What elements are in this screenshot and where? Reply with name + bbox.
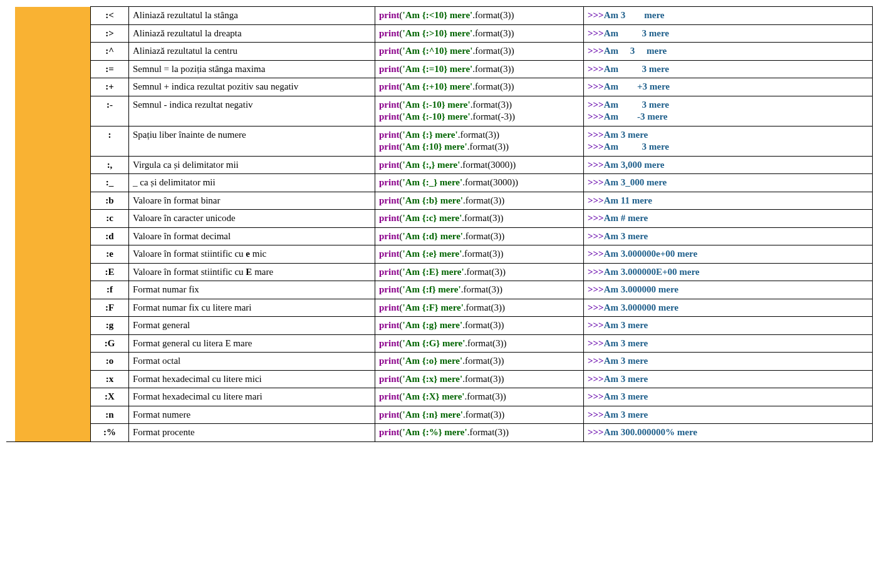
example-output: >>>Am 3 mere [584, 388, 873, 406]
format-description: Format general cu litera E mare [129, 334, 375, 353]
example-output: >>>Am 3 mere [584, 60, 873, 78]
format-description: Virgula ca și delimitator mii [129, 156, 375, 174]
format-specifier: :% [91, 424, 129, 442]
table-row: :oFormat octalprint('Am {:o} mere'.forma… [6, 353, 873, 371]
format-description: Aliniază rezultatul la centru [129, 43, 375, 61]
format-description: Format numere [129, 406, 375, 424]
table-row: :^Aliniază rezultatul la centruprint('Am… [6, 43, 873, 61]
format-description: Spațiu liber înainte de numere [129, 126, 375, 156]
format-specifier: :f [91, 281, 129, 299]
format-description: Format procente [129, 424, 375, 442]
example-code: print('Am {:_} mere'.format(3000)) [375, 174, 584, 192]
format-spec-table: :<Aliniază rezultatul la stângaprint('Am… [6, 6, 873, 442]
example-output: >>>Am +3 mere [584, 78, 873, 96]
example-output: >>>Am 3 mere>>>Am 3 mere [584, 126, 873, 156]
format-specifier: :+ [91, 78, 129, 96]
table-row: :bValoare în format binarprint('Am {:b} … [6, 192, 873, 210]
example-code: print('Am {:<10} mere'.format(3)) [375, 7, 584, 25]
table-row: :XFormat hexadecimal cu litere mariprint… [6, 388, 873, 406]
example-code: print('Am {:c} mere'.format(3)) [375, 210, 584, 228]
example-output: >>>Am 3.000000 mere [584, 299, 873, 317]
category-stripe [15, 7, 91, 442]
format-description: Format hexadecimal cu litere mici [129, 370, 375, 388]
table-row: :-Semnul - indica rezultat negativprint(… [6, 96, 873, 126]
example-output: >>>Am 3 mere [584, 227, 873, 245]
format-specifier: :b [91, 192, 129, 210]
format-description: Valoare în format binar [129, 192, 375, 210]
table-row: :<Aliniază rezultatul la stângaprint('Am… [6, 7, 873, 25]
example-output: >>>Am 300.000000% mere [584, 424, 873, 442]
format-specifier: :x [91, 370, 129, 388]
format-description: Semnul + indica rezultat pozitiv sau neg… [129, 78, 375, 96]
format-specifier: :_ [91, 174, 129, 192]
format-description: Valoare în caracter unicode [129, 210, 375, 228]
example-output: >>>Am 3 mere>>>Am -3 mere [584, 96, 873, 126]
example-output: >>>Am 3 mere [584, 7, 873, 25]
format-specifier: :- [91, 96, 129, 126]
example-code: print('Am {:%} mere'.format(3)) [375, 424, 584, 442]
table-row: :dValoare în format decimalprint('Am {:d… [6, 227, 873, 245]
format-specifier: : [91, 126, 129, 156]
format-specifier: :X [91, 388, 129, 406]
format-description: Format numar fix [129, 281, 375, 299]
format-specifier: :o [91, 353, 129, 371]
table-row: :EValoare în format stiintific cu E mare… [6, 263, 873, 281]
table-row: :GFormat general cu litera E mareprint('… [6, 334, 873, 353]
format-specifier: :G [91, 334, 129, 353]
table-row: :,Virgula ca și delimitator miiprint('Am… [6, 156, 873, 174]
table-row: :nFormat numereprint('Am {:n} mere'.form… [6, 406, 873, 424]
example-output: >>>Am 3.000000e+00 mere [584, 245, 873, 264]
example-code: print('Am {:X} mere'.format(3)) [375, 388, 584, 406]
example-output: >>>Am 3 mere [584, 317, 873, 335]
format-specifier: := [91, 60, 129, 78]
example-output: >>>Am 3.000000E+00 mere [584, 263, 873, 281]
example-code: print('Am {:b} mere'.format(3)) [375, 192, 584, 210]
table-row: :fFormat numar fixprint('Am {:f} mere'.f… [6, 281, 873, 299]
example-output: >>>Am 3.000000 mere [584, 281, 873, 299]
table-row: :%Format procenteprint('Am {:%} mere'.fo… [6, 424, 873, 442]
example-output: >>>Am 3 mere [584, 406, 873, 424]
table-row: :gFormat generalprint('Am {:g} mere'.for… [6, 317, 873, 335]
format-description: Semnul = la poziția stânga maxima [129, 60, 375, 78]
example-code: print('Am {:n} mere'.format(3)) [375, 406, 584, 424]
format-specifier: :e [91, 245, 129, 264]
example-code: print('Am {:+10} mere'.format(3)) [375, 78, 584, 96]
table-row: :FFormat numar fix cu litere mariprint('… [6, 299, 873, 317]
example-code: print('Am {:f} mere'.format(3)) [375, 281, 584, 299]
example-code: print('Am {:-10} mere'.format(3))print('… [375, 96, 584, 126]
format-description: Valoare în format stiintific cu E mare [129, 263, 375, 281]
format-description: Format numar fix cu litere mari [129, 299, 375, 317]
format-description: Format hexadecimal cu litere mari [129, 388, 375, 406]
table-row: :__ ca și delimitator miiprint('Am {:_} … [6, 174, 873, 192]
example-code: print('Am {:G} mere'.format(3)) [375, 334, 584, 353]
example-code: print('Am {:e} mere'.format(3)) [375, 245, 584, 264]
format-description: Format general [129, 317, 375, 335]
example-code: print('Am {:>10} mere'.format(3)) [375, 24, 584, 43]
example-output: >>>Am 11 mere [584, 192, 873, 210]
format-specifier: :< [91, 7, 129, 25]
table-row: :eValoare în format stiintific cu e micp… [6, 245, 873, 264]
example-output: >>>Am # mere [584, 210, 873, 228]
format-specifier: :g [91, 317, 129, 335]
format-description: Aliniază rezultatul la dreapta [129, 24, 375, 43]
table-row: :=Semnul = la poziția stânga maximaprint… [6, 60, 873, 78]
left-margin-cell [6, 7, 15, 442]
format-specifier: :> [91, 24, 129, 43]
example-output: >>>Am 3 mere [584, 370, 873, 388]
example-output: >>>Am 3 mere [584, 334, 873, 353]
table-row: :>Aliniază rezultatul la dreaptaprint('A… [6, 24, 873, 43]
example-output: >>>Am 3 mere [584, 24, 873, 43]
example-output: >>>Am 3 mere [584, 353, 873, 371]
table-row: :xFormat hexadecimal cu litere miciprint… [6, 370, 873, 388]
example-output: >>>Am 3_000 mere [584, 174, 873, 192]
format-specifier: :, [91, 156, 129, 174]
format-specifier: :F [91, 299, 129, 317]
example-code: print('Am {:F} mere'.format(3)) [375, 299, 584, 317]
format-description: Valoare în format decimal [129, 227, 375, 245]
format-specifier: :^ [91, 43, 129, 61]
format-specifier: :n [91, 406, 129, 424]
format-description: Valoare în format stiintific cu e mic [129, 245, 375, 264]
example-code: print('Am {:o} mere'.format(3)) [375, 353, 584, 371]
table-row: :cValoare în caracter unicodeprint('Am {… [6, 210, 873, 228]
example-code: print('Am {:=10} mere'.format(3)) [375, 60, 584, 78]
